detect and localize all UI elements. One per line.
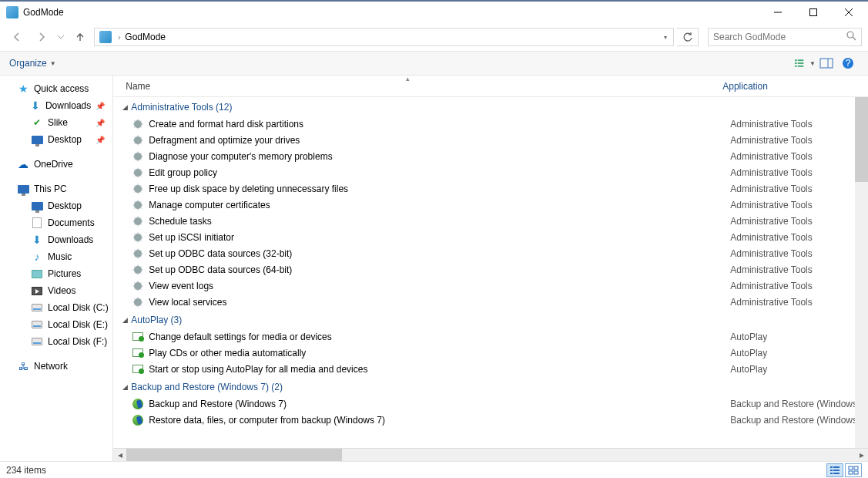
- sidebar-this-pc[interactable]: This PC: [0, 180, 112, 197]
- item-application: Administrative Tools: [730, 281, 813, 291]
- item-icon: [132, 150, 144, 163]
- pin-icon: 📌: [96, 119, 105, 127]
- item-application: Administrative Tools: [730, 248, 813, 259]
- list-item[interactable]: Diagnose your computer's memory problems…: [119, 148, 868, 164]
- sidebar-disk-c[interactable]: Local Disk (C:): [0, 299, 112, 316]
- svg-rect-19: [833, 470, 840, 471]
- music-icon: ♪: [31, 251, 43, 263]
- svg-rect-20: [830, 473, 833, 474]
- minimize-button[interactable]: [760, 1, 796, 24]
- file-list: ◢Administrative Tools (12)Create and for…: [113, 97, 868, 448]
- list-item[interactable]: Create and format hard disk partitionsAd…: [119, 116, 868, 132]
- view-options-button[interactable]: ▼: [794, 54, 816, 72]
- search-input[interactable]: Search GodMode: [708, 28, 862, 46]
- organize-menu[interactable]: Organize ▼: [9, 58, 56, 69]
- close-button[interactable]: [831, 1, 866, 24]
- svg-rect-21: [833, 473, 840, 474]
- app-icon: [6, 6, 18, 19]
- scroll-thumb[interactable]: [855, 97, 868, 182]
- preview-pane-button[interactable]: [816, 54, 837, 72]
- group-header[interactable]: ◢Administrative Tools (12): [122, 102, 868, 113]
- up-button[interactable]: [69, 32, 91, 42]
- chevron-down-icon: ▼: [809, 60, 816, 67]
- list-item[interactable]: Free up disk space by deleting unnecessa…: [119, 180, 868, 197]
- item-icon: [132, 363, 144, 375]
- group-header[interactable]: ◢AutoPlay (3): [122, 315, 868, 325]
- vertical-scrollbar[interactable]: [855, 97, 868, 448]
- sidebar-onedrive[interactable]: ☁OneDrive: [0, 156, 112, 173]
- breadcrumb-current[interactable]: GodMode: [123, 32, 167, 42]
- scroll-right-icon[interactable]: ▸: [855, 449, 868, 461]
- svg-rect-23: [854, 466, 858, 470]
- sidebar-slike[interactable]: ✔Slike📌: [0, 114, 112, 131]
- scroll-thumb[interactable]: [126, 449, 342, 461]
- list-item[interactable]: Play CDs or other media automaticallyAut…: [119, 345, 868, 361]
- address-bar[interactable]: › GodMode ▾: [94, 28, 674, 46]
- sidebar-pc-documents[interactable]: Documents: [0, 214, 112, 231]
- item-application: Administrative Tools: [730, 200, 813, 210]
- sidebar-network[interactable]: 🖧Network: [0, 358, 112, 375]
- item-name: Backup and Restore (Windows 7): [149, 399, 730, 409]
- item-name: Set up ODBC data sources (64-bit): [149, 264, 730, 275]
- item-icon: [132, 296, 144, 308]
- svg-rect-6: [795, 59, 797, 61]
- sidebar-pc-desktop[interactable]: Desktop: [0, 197, 112, 214]
- disk-icon: [31, 335, 43, 348]
- column-header-application[interactable]: Application: [722, 81, 768, 92]
- sidebar-disk-e[interactable]: Local Disk (E:): [0, 316, 112, 333]
- column-header-name[interactable]: Name: [126, 81, 722, 92]
- horizontal-scrollbar[interactable]: ◂ ▸: [113, 448, 868, 461]
- help-button[interactable]: ?: [837, 54, 859, 72]
- list-item[interactable]: Set up ODBC data sources (64-bit)Adminis…: [119, 261, 868, 278]
- sidebar-pc-videos[interactable]: Videos: [0, 282, 112, 299]
- item-icon: [132, 215, 144, 227]
- search-icon: [846, 31, 856, 43]
- sidebar-desktop[interactable]: Desktop📌: [0, 131, 112, 148]
- list-item[interactable]: Restore data, files, or computer from ba…: [119, 412, 868, 428]
- item-application: AutoPlay: [730, 364, 767, 375]
- refresh-button[interactable]: [677, 28, 699, 46]
- item-application: AutoPlay: [730, 348, 767, 358]
- sidebar-pc-downloads[interactable]: ⬇Downloads: [0, 231, 112, 248]
- list-item[interactable]: View event logsAdministrative Tools: [119, 278, 868, 294]
- svg-rect-9: [798, 62, 804, 64]
- sidebar-pc-pictures[interactable]: Pictures: [0, 265, 112, 282]
- maximize-button[interactable]: [796, 1, 831, 24]
- forward-button[interactable]: [31, 26, 52, 48]
- list-item[interactable]: View local servicesAdministrative Tools: [119, 294, 868, 310]
- list-item[interactable]: Manage computer certificatesAdministrati…: [119, 197, 868, 213]
- list-item[interactable]: Set up ODBC data sources (32-bit)Adminis…: [119, 245, 868, 261]
- svg-rect-12: [820, 59, 833, 68]
- group-header[interactable]: ◢Backup and Restore (Windows 7) (2): [122, 382, 868, 392]
- list-item[interactable]: Change default settings for media or dev…: [119, 328, 868, 345]
- list-item[interactable]: Start or stop using AutoPlay for all med…: [119, 361, 868, 377]
- history-dropdown[interactable]: [55, 35, 66, 39]
- item-application: AutoPlay: [730, 332, 767, 342]
- item-icon: [132, 183, 144, 195]
- item-name: View event logs: [149, 281, 730, 291]
- back-button[interactable]: [6, 26, 28, 48]
- svg-rect-24: [849, 471, 853, 474]
- list-item[interactable]: Schedule tasksAdministrative Tools: [119, 213, 868, 229]
- sidebar-downloads[interactable]: ⬇Downloads📌: [0, 97, 112, 114]
- pictures-icon: [31, 268, 43, 280]
- thumbnails-view-button[interactable]: [845, 463, 862, 477]
- list-item[interactable]: Defragment and optimize your drivesAdmin…: [119, 132, 868, 148]
- list-item[interactable]: Backup and Restore (Windows 7)Backup and…: [119, 396, 868, 412]
- list-item[interactable]: Set up iSCSI initiatorAdministrative Too…: [119, 229, 868, 245]
- scroll-left-icon[interactable]: ◂: [113, 449, 126, 461]
- item-name: Schedule tasks: [149, 216, 730, 227]
- sidebar-quick-access[interactable]: ★Quick access: [0, 80, 112, 97]
- item-icon: [132, 231, 144, 244]
- address-dropdown[interactable]: ▾: [659, 34, 672, 41]
- item-icon: [132, 134, 144, 146]
- item-icon: [132, 118, 144, 130]
- list-item[interactable]: Edit group policyAdministrative Tools: [119, 164, 868, 180]
- download-icon: ⬇: [31, 234, 43, 246]
- item-name: View local services: [149, 297, 730, 308]
- sidebar-pc-music[interactable]: ♪Music: [0, 248, 112, 265]
- item-icon: [132, 280, 144, 292]
- details-view-button[interactable]: [826, 463, 843, 477]
- sidebar-disk-f[interactable]: Local Disk (F:): [0, 333, 112, 350]
- item-application: Administrative Tools: [730, 216, 813, 227]
